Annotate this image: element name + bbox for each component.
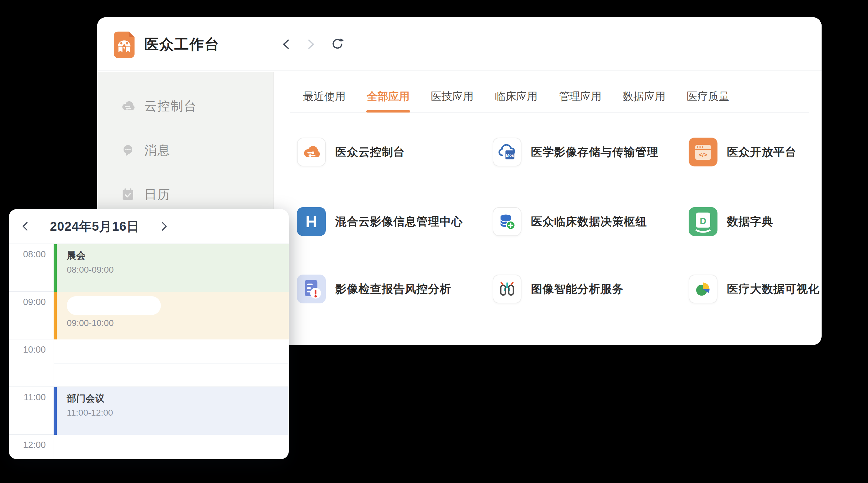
app-logo-icon — [111, 30, 138, 58]
app-label: 图像智能分析服务 — [531, 282, 624, 297]
back-button[interactable] — [279, 37, 293, 51]
event-title: 部门会议 — [67, 392, 289, 405]
tab-admin[interactable]: 管理应用 — [558, 88, 602, 112]
code-window-icon: </> — [689, 138, 717, 166]
window-header: 医众工作台 — [97, 17, 822, 71]
tab-medtech[interactable]: 医技应用 — [430, 88, 474, 112]
sidebar-item-messages[interactable]: 消息 — [120, 142, 170, 158]
cloud-console-icon — [120, 98, 135, 114]
chevron-left-icon — [284, 40, 288, 48]
forward-button[interactable] — [304, 37, 318, 51]
report-alert-icon — [297, 275, 326, 303]
sidebar-item-label: 日历 — [144, 186, 170, 203]
time-label: 12:00 — [9, 440, 46, 450]
pie-chart-icon — [689, 275, 717, 303]
time-row-10[interactable]: 10:00 — [9, 340, 289, 387]
app-pacs-mos[interactable]: Mos 医学影像存储与传输管理 — [493, 138, 681, 166]
lungs-icon — [493, 275, 522, 303]
app-label: 医学影像存储与传输管理 — [531, 144, 658, 160]
calendar-panel: 2024年5月16日 08:00 09:00 10:00 11:00 12:00… — [9, 209, 289, 459]
app-label: 医众云控制台 — [335, 144, 405, 160]
event-time: 09:00-10:00 — [67, 318, 289, 328]
app-label: 医众开放平台 — [727, 144, 797, 160]
event-redacted[interactable]: 09:00-10:00 — [54, 292, 289, 340]
message-icon — [120, 142, 135, 158]
app-cloud-console[interactable]: 医众云控制台 — [297, 138, 485, 166]
app-big-data-visualization[interactable]: 医疗大数据可视化 — [689, 275, 822, 303]
sidebar-item-cloud-console[interactable]: 云控制台 — [120, 98, 197, 114]
chevron-right-icon — [309, 40, 313, 48]
tab-quality[interactable]: 医疗质量 — [686, 88, 730, 112]
event-department-meeting[interactable]: 部门会议 11:00-12:00 — [54, 387, 289, 435]
svg-text:D: D — [700, 216, 707, 226]
sidebar-item-calendar[interactable]: 日历 — [120, 186, 170, 202]
app-hybrid-cloud-imaging[interactable]: H 混合云影像信息管理中心 — [297, 207, 485, 236]
calendar-prev-day-button[interactable] — [18, 219, 32, 233]
svg-text:H: H — [305, 213, 317, 231]
sidebar-item-label: 云控制台 — [144, 97, 197, 115]
app-label: 数据字典 — [727, 214, 773, 229]
app-report-risk-analysis[interactable]: 影像检查报告风控分析 — [297, 275, 485, 303]
app-image-ai-analysis[interactable]: 图像智能分析服务 — [493, 275, 681, 303]
event-time: 08:00-09:00 — [67, 265, 289, 275]
time-row-12[interactable]: 12:00 — [9, 435, 289, 459]
app-label: 医疗大数据可视化 — [727, 282, 820, 297]
app-category-tabs: 最近使用 全部应用 医技应用 临床应用 管理应用 数据应用 医疗质量 — [290, 88, 809, 112]
cloud-sliders-icon — [297, 138, 326, 166]
event-morning-meeting[interactable]: 晨会 08:00-09:00 — [54, 244, 289, 292]
event-title-redacted-pill — [67, 296, 161, 315]
database-plus-icon — [493, 207, 522, 236]
tab-data[interactable]: 数据应用 — [622, 88, 666, 112]
chevron-right-icon — [162, 223, 166, 230]
tab-recent[interactable]: 最近使用 — [302, 88, 346, 112]
app-label: 混合云影像信息管理中心 — [335, 214, 463, 229]
tab-clinical[interactable]: 临床应用 — [494, 88, 538, 112]
calendar-date-label: 2024年5月16日 — [32, 218, 157, 235]
tab-all-apps[interactable]: 全部应用 — [366, 88, 410, 112]
mos-cloud-icon: Mos — [493, 138, 522, 166]
time-label: 08:00 — [9, 249, 46, 260]
refresh-button[interactable] — [331, 37, 344, 51]
app-label: 医众临床数据决策枢纽 — [531, 214, 647, 229]
time-label: 09:00 — [9, 297, 46, 307]
calendar-icon — [120, 187, 135, 202]
app-open-platform[interactable]: </> 医众开放平台 — [689, 138, 822, 166]
time-label: 11:00 — [9, 392, 46, 402]
app-clinical-data-hub[interactable]: 医众临床数据决策枢纽 — [493, 207, 681, 236]
calendar-next-day-button[interactable] — [157, 219, 171, 233]
calendar-day-grid: 08:00 09:00 10:00 11:00 12:00 晨会 08:00-0… — [9, 244, 289, 459]
svg-text:Mos: Mos — [506, 153, 514, 158]
calendar-header: 2024年5月16日 — [9, 209, 289, 244]
refresh-icon — [331, 38, 344, 51]
time-label: 10:00 — [9, 345, 46, 355]
letter-h-icon: H — [297, 207, 326, 236]
event-title: 晨会 — [67, 249, 289, 262]
event-time: 11:00-12:00 — [67, 408, 289, 418]
app-title: 医众工作台 — [144, 33, 219, 56]
dictionary-book-icon: D — [689, 207, 717, 236]
svg-text:</>: </> — [699, 151, 708, 158]
chevron-left-icon — [23, 223, 27, 230]
app-data-dictionary[interactable]: D 数据字典 — [689, 207, 822, 236]
app-label: 影像检查报告风控分析 — [335, 282, 451, 297]
sidebar-item-label: 消息 — [144, 142, 170, 159]
